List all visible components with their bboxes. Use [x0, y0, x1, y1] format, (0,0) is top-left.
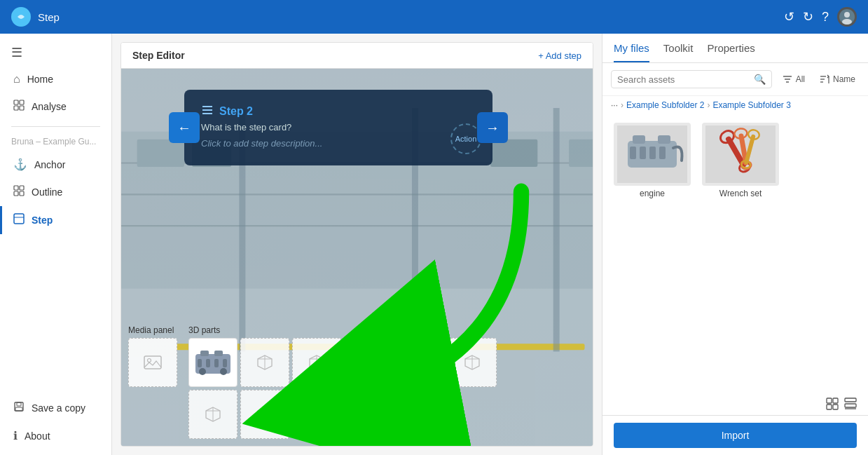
- grid-view-icon: [826, 398, 839, 410]
- svg-rect-27: [137, 140, 184, 167]
- cube-placeholder-icon: [255, 353, 275, 372]
- svg-rect-12: [14, 214, 24, 224]
- sort-button[interactable]: Name: [815, 71, 860, 88]
- svg-rect-44: [223, 359, 227, 367]
- step-card: ← Step 2 What is the step card? Click to…: [184, 90, 492, 165]
- breadcrumb-folder1[interactable]: Example Subfolder 2: [626, 100, 704, 110]
- svg-rect-33: [202, 113, 212, 114]
- parts-cell-5[interactable]: [396, 338, 445, 387]
- tab-my-files-label: My files: [614, 42, 649, 54]
- svg-point-40: [220, 368, 227, 375]
- svg-rect-96: [845, 398, 856, 402]
- search-box[interactable]: 🔍: [611, 70, 772, 88]
- engine-thumbnail-icon: [192, 344, 234, 382]
- wrench-set-asset-icon: [705, 125, 776, 183]
- svg-point-3: [842, 19, 852, 25]
- asset-item-engine[interactable]: engine: [614, 123, 691, 198]
- sidebar-menu-icon[interactable]: ☰: [0, 39, 111, 66]
- svg-rect-26: [553, 108, 560, 351]
- media-panel-cell[interactable]: [128, 338, 177, 387]
- svg-point-39: [199, 368, 206, 375]
- svg-rect-9: [20, 186, 24, 190]
- sidebar-item-about-label: About: [25, 430, 50, 442]
- import-btn-row: Import: [602, 415, 868, 455]
- parts-cell-2[interactable]: [240, 338, 289, 387]
- grid-view-button[interactable]: [823, 395, 841, 412]
- asset-label-wrench-set: Wrench set: [719, 189, 762, 198]
- svg-rect-14: [15, 402, 23, 411]
- cube-placeholder-icon-6: [203, 405, 223, 424]
- sidebar-item-anchor[interactable]: ⚓ Anchor: [0, 151, 111, 178]
- sidebar-item-outline[interactable]: Outline: [0, 178, 111, 206]
- sidebar-item-home[interactable]: ⌂ Home: [0, 66, 111, 93]
- step-nav-right[interactable]: →: [477, 112, 508, 143]
- sidebar-divider: [11, 126, 100, 127]
- step-description[interactable]: Click to add step description...: [201, 138, 476, 149]
- analyse-icon: [13, 100, 25, 114]
- parts-cell-4[interactable]: [344, 338, 393, 387]
- user-avatar[interactable]: [837, 7, 857, 27]
- undo-icon[interactable]: ↺: [784, 9, 794, 25]
- breadcrumb-folder2[interactable]: Example Subfolder 3: [712, 100, 790, 110]
- parts-cell-7[interactable]: [188, 390, 237, 439]
- bottom-panels: Media panel: [128, 325, 497, 439]
- search-icon: 🔍: [754, 74, 766, 85]
- search-input[interactable]: [617, 74, 751, 85]
- step-subtitle: What is the step card?: [201, 122, 476, 133]
- svg-rect-81: [659, 147, 666, 159]
- parts-cell-3[interactable]: [292, 338, 341, 387]
- app-title: Step: [38, 11, 60, 23]
- media-panel-section: Media panel: [128, 325, 177, 439]
- sort-label: Name: [833, 74, 855, 84]
- tab-my-files[interactable]: My files: [614, 42, 649, 62]
- sort-icon: [819, 74, 830, 85]
- tab-toolkit[interactable]: Toolkit: [663, 42, 694, 62]
- sidebar-item-about[interactable]: ℹ About: [0, 422, 111, 449]
- parts-3d-grid: [188, 338, 497, 439]
- tab-toolkit-label: Toolkit: [663, 42, 694, 54]
- svg-rect-78: [630, 147, 636, 159]
- svg-rect-30: [490, 140, 537, 167]
- asset-thumb-engine: [614, 123, 691, 186]
- svg-rect-38: [214, 351, 223, 356]
- sidebar-item-step[interactable]: Step: [0, 206, 111, 234]
- svg-rect-34: [144, 356, 161, 369]
- svg-rect-32: [202, 109, 212, 111]
- svg-rect-41: [198, 359, 202, 367]
- sidebar-item-home-label: Home: [27, 74, 53, 85]
- redo-icon[interactable]: ↻: [803, 9, 813, 25]
- parts-cell-engine[interactable]: [188, 338, 237, 387]
- cube-placeholder-icon-2: [307, 353, 326, 372]
- list-view-button[interactable]: [841, 395, 860, 412]
- svg-rect-80: [649, 147, 656, 159]
- svg-rect-11: [20, 191, 24, 196]
- right-panel: My files Toolkit Properties 🔍 All: [602, 34, 868, 455]
- editor-header: Step Editor + Add step: [121, 43, 593, 69]
- image-placeholder-icon: [143, 354, 163, 371]
- add-step-button[interactable]: + Add step: [538, 50, 581, 61]
- parts-cell-6[interactable]: [448, 338, 497, 387]
- cube-placeholder-icon-7: [255, 405, 275, 424]
- svg-rect-79: [640, 147, 646, 159]
- save-icon: [13, 401, 25, 415]
- step-title: Step 2: [219, 105, 253, 118]
- sidebar-item-save-copy[interactable]: Save a copy: [0, 394, 111, 422]
- tab-properties[interactable]: Properties: [707, 42, 755, 62]
- engine-asset-icon: [617, 125, 687, 183]
- svg-rect-97: [845, 404, 856, 407]
- import-button[interactable]: Import: [614, 423, 857, 448]
- view-toggle-bar: [602, 393, 868, 415]
- topbar-actions: ↺ ↻ ?: [784, 7, 857, 27]
- breadcrumb-dots[interactable]: ···: [611, 100, 618, 110]
- parts-cell-8[interactable]: [240, 390, 289, 439]
- list-view-icon: [844, 398, 857, 410]
- help-icon[interactable]: ?: [822, 10, 829, 25]
- filter-button[interactable]: All: [778, 71, 809, 88]
- parts-3d-section: 3D parts: [188, 325, 497, 439]
- step-nav-left[interactable]: ←: [169, 112, 200, 143]
- sidebar: ☰ ⌂ Home Analyse Bruna – Example Gu... ⚓…: [0, 34, 112, 455]
- breadcrumb-sep-1: ›: [621, 100, 624, 110]
- editor-canvas[interactable]: ← Step 2 What is the step card? Click to…: [121, 69, 593, 446]
- asset-item-wrench-set[interactable]: Wrench set: [702, 123, 779, 198]
- sidebar-item-analyse[interactable]: Analyse: [0, 93, 111, 121]
